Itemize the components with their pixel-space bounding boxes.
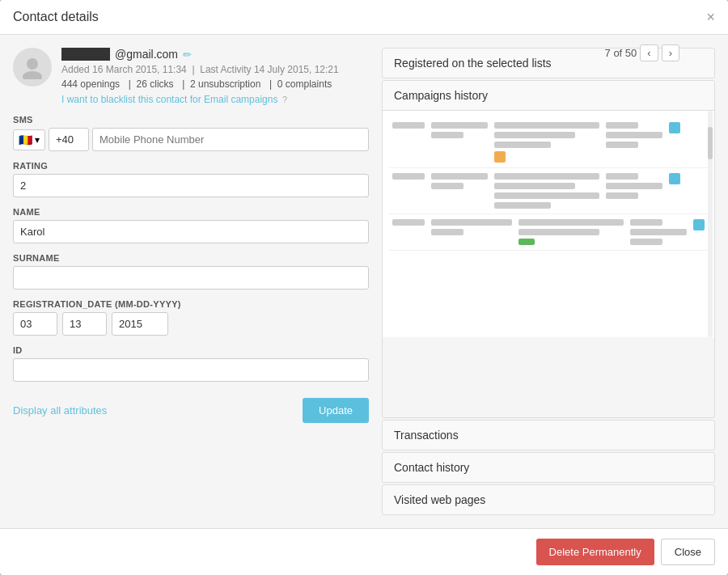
blur-block (392, 173, 425, 180)
phone-number-input[interactable] (92, 128, 369, 151)
avatar (13, 48, 52, 87)
day-input[interactable] (62, 312, 107, 336)
dropdown-arrow: ▾ (35, 134, 40, 146)
country-flag-select[interactable]: 🇷🇴 ▾ (13, 129, 45, 150)
blur-block (431, 219, 512, 226)
campaign-col-5 (693, 219, 705, 230)
blur-block (630, 219, 662, 226)
update-button[interactable]: Update (303, 398, 369, 423)
surname-input[interactable] (13, 266, 369, 290)
blur-block-blue (669, 122, 680, 133)
svg-point-0 (27, 58, 38, 70)
email-row: @gmail.com ✏ (61, 48, 369, 61)
month-input[interactable] (13, 312, 57, 336)
email-redacted (61, 48, 110, 61)
year-input[interactable] (112, 312, 168, 336)
contact-details-modal: Contact details × 7 of 50 ‹ › (0, 0, 728, 575)
blur-block (431, 173, 488, 180)
blur-block (392, 122, 425, 129)
blur-block (630, 239, 662, 245)
prev-page-button[interactable]: ‹ (640, 44, 658, 61)
rating-label: RATING (13, 161, 369, 171)
campaign-col-5 (669, 173, 680, 184)
campaign-col-1 (392, 122, 425, 129)
contact-history-label: Contact history (394, 461, 469, 474)
contact-info: @gmail.com ✏ Added 16 March 2015, 11:34 … (13, 48, 369, 105)
complaints-stat: 0 complaints (277, 78, 332, 90)
name-input[interactable] (13, 220, 369, 243)
svg-point-1 (23, 71, 42, 79)
display-all-attributes-link[interactable]: Display all attributes (13, 404, 107, 416)
rating-field-group: RATING (13, 161, 369, 197)
left-panel: @gmail.com ✏ Added 16 March 2015, 11:34 … (13, 48, 369, 515)
blur-block (494, 202, 551, 209)
blur-block (606, 142, 638, 148)
surname-field-group: SURNAME (13, 253, 369, 290)
contact-history-section[interactable]: Contact history (382, 452, 715, 483)
visited-pages-section[interactable]: Visited web pages (382, 484, 715, 515)
sms-field-group: SMS 🇷🇴 ▾ (13, 115, 369, 151)
scrollbar-track (708, 111, 713, 337)
blur-block-green (518, 239, 535, 245)
next-page-button[interactable]: › (662, 44, 679, 61)
delete-permanently-button[interactable]: Delete Permanently (536, 539, 654, 565)
right-panel: Registered on the selected lists Campaig… (382, 48, 715, 515)
campaigns-body[interactable] (383, 111, 714, 337)
campaign-col-5 (669, 122, 680, 133)
left-bottom-actions: Display all attributes Update (13, 398, 369, 423)
blacklist-link[interactable]: I want to blacklist this contact for Ema… (61, 94, 277, 105)
blur-block-blue (669, 173, 680, 184)
scrollbar-thumb[interactable] (708, 127, 713, 159)
country-code-input[interactable] (49, 128, 89, 151)
campaign-row (389, 168, 708, 214)
campaigns-history-section: Campaigns history (382, 80, 715, 418)
blur-block-blue (693, 219, 705, 230)
modal-header: Contact details × (0, 0, 728, 35)
blur-block (606, 192, 638, 199)
close-icon-button[interactable]: × (706, 10, 715, 24)
campaign-col-4 (630, 219, 687, 245)
pagination: 7 of 50 ‹ › (605, 44, 679, 61)
blur-block (494, 122, 599, 129)
blur-block (494, 192, 599, 199)
last-activity: Last Activity 14 July 2015, 12:21 (200, 64, 338, 75)
modal-body: @gmail.com ✏ Added 16 March 2015, 11:34 … (0, 35, 728, 528)
blur-block (431, 132, 463, 138)
email-suffix: @gmail.com (115, 48, 178, 61)
campaign-col-4 (606, 173, 662, 199)
rating-input[interactable] (13, 174, 369, 197)
modal-footer: Delete Permanently Close (0, 528, 728, 575)
campaign-col-3 (518, 219, 624, 245)
blur-block (431, 122, 488, 129)
campaign-col-4 (606, 122, 662, 148)
contact-meta: @gmail.com ✏ Added 16 March 2015, 11:34 … (61, 48, 369, 105)
campaign-col-3 (494, 173, 599, 209)
campaigns-history-header[interactable]: Campaigns history (383, 81, 714, 111)
blur-block (630, 229, 687, 235)
contact-stats: 444 openings | 26 clicks | 2 unsubscript… (61, 78, 369, 90)
blur-block-orange (494, 151, 506, 163)
registered-lists-label: Registered on the selected lists (394, 57, 552, 70)
unsub-stat: 2 unsubscription (190, 78, 260, 90)
close-button[interactable]: Close (661, 539, 715, 565)
transactions-section[interactable]: Transactions (382, 420, 715, 450)
added-date: Added 16 March 2015, 11:34 (61, 64, 187, 75)
blur-block (431, 229, 463, 235)
blur-block (494, 132, 575, 138)
blur-block (431, 183, 463, 189)
edit-icon[interactable]: ✏ (183, 49, 192, 61)
contact-dates: Added 16 March 2015, 11:34 | Last Activi… (61, 64, 369, 75)
visited-pages-label: Visited web pages (394, 493, 485, 506)
sms-label: SMS (13, 115, 369, 125)
blacklist-row: I want to blacklist this contact for Ema… (61, 93, 369, 105)
sms-row: 🇷🇴 ▾ (13, 128, 369, 151)
openings-stat: 444 openings (61, 78, 120, 90)
id-input[interactable] (13, 358, 369, 382)
surname-label: SURNAME (13, 253, 369, 263)
blur-block (494, 173, 599, 180)
campaign-col-2 (431, 173, 488, 189)
name-field-group: NAME (13, 207, 369, 243)
registration-date-label: REGISTRATION_DATE (mm-dd-yyyy) (13, 299, 369, 309)
campaign-row (389, 214, 708, 251)
help-icon: ? (282, 95, 287, 104)
